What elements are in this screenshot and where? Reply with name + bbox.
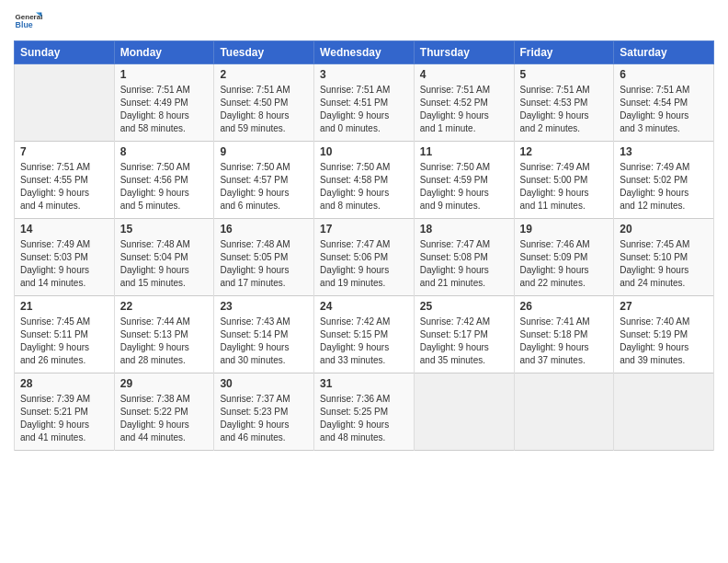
day-info: Sunrise: 7:51 AMSunset: 4:50 PMDaylight:… [220,84,308,135]
day-info: Sunrise: 7:50 AMSunset: 4:59 PMDaylight:… [420,161,508,213]
calendar-cell: 11Sunrise: 7:50 AMSunset: 4:59 PMDayligh… [414,142,514,219]
page-header: General Blue [14,9,714,35]
header-cell-friday: Friday [514,41,614,64]
calendar-cell [414,373,514,451]
calendar-cell: 31Sunrise: 7:36 AMSunset: 5:25 PMDayligh… [314,373,415,451]
svg-text:Blue: Blue [16,20,33,29]
day-number: 21 [20,300,108,313]
header-cell-sunday: Sunday [15,41,115,64]
calendar-cell: 26Sunrise: 7:41 AMSunset: 5:18 PMDayligh… [514,296,614,373]
day-number: 23 [220,300,308,313]
day-number: 16 [220,223,308,236]
day-info: Sunrise: 7:49 AMSunset: 5:02 PMDaylight:… [620,161,708,213]
day-number: 28 [20,377,108,390]
calendar-body: 1Sunrise: 7:51 AMSunset: 4:49 PMDaylight… [15,64,714,451]
day-info: Sunrise: 7:50 AMSunset: 4:57 PMDaylight:… [220,161,308,213]
day-number: 12 [520,145,609,158]
day-number: 1 [120,68,209,81]
day-info: Sunrise: 7:51 AMSunset: 4:52 PMDaylight:… [420,84,508,135]
day-info: Sunrise: 7:43 AMSunset: 5:14 PMDaylight:… [220,316,308,367]
week-row-1: 1Sunrise: 7:51 AMSunset: 4:49 PMDaylight… [15,64,714,142]
week-row-4: 21Sunrise: 7:45 AMSunset: 5:11 PMDayligh… [15,296,714,373]
day-number: 29 [120,377,209,390]
calendar-table: SundayMondayTuesdayWednesdayThursdayFrid… [14,40,714,451]
day-info: Sunrise: 7:49 AMSunset: 5:03 PMDaylight:… [20,238,108,290]
day-number: 4 [420,68,508,81]
day-number: 26 [520,300,609,313]
day-number: 31 [320,377,408,390]
header-row: SundayMondayTuesdayWednesdayThursdayFrid… [15,41,714,64]
day-number: 15 [120,223,209,236]
calendar-cell: 17Sunrise: 7:47 AMSunset: 5:06 PMDayligh… [314,219,415,296]
day-number: 25 [420,300,508,313]
calendar-cell: 28Sunrise: 7:39 AMSunset: 5:21 PMDayligh… [15,373,115,451]
calendar-cell: 25Sunrise: 7:42 AMSunset: 5:17 PMDayligh… [414,296,514,373]
calendar-cell: 24Sunrise: 7:42 AMSunset: 5:15 PMDayligh… [314,296,415,373]
day-number: 22 [120,300,209,313]
logo-icon: General Blue [14,9,43,35]
day-info: Sunrise: 7:41 AMSunset: 5:18 PMDaylight:… [520,316,609,367]
day-number: 2 [220,68,308,81]
calendar-cell: 19Sunrise: 7:46 AMSunset: 5:09 PMDayligh… [514,219,614,296]
header-cell-saturday: Saturday [614,41,714,64]
calendar-cell: 30Sunrise: 7:37 AMSunset: 5:23 PMDayligh… [214,373,314,451]
logo: General Blue [14,9,43,35]
day-number: 9 [220,145,308,158]
day-info: Sunrise: 7:44 AMSunset: 5:13 PMDaylight:… [120,316,209,367]
header-cell-tuesday: Tuesday [214,41,314,64]
day-info: Sunrise: 7:38 AMSunset: 5:22 PMDaylight:… [120,393,209,444]
day-info: Sunrise: 7:45 AMSunset: 5:11 PMDaylight:… [20,316,108,367]
day-number: 30 [220,377,308,390]
day-number: 19 [520,223,609,236]
day-number: 7 [20,145,108,158]
calendar-cell [514,373,614,451]
day-info: Sunrise: 7:40 AMSunset: 5:19 PMDaylight:… [620,316,708,367]
calendar-cell: 12Sunrise: 7:49 AMSunset: 5:00 PMDayligh… [514,142,614,219]
day-number: 5 [520,68,609,81]
calendar-cell: 5Sunrise: 7:51 AMSunset: 4:53 PMDaylight… [514,64,614,142]
day-info: Sunrise: 7:50 AMSunset: 4:56 PMDaylight:… [120,161,209,213]
week-row-5: 28Sunrise: 7:39 AMSunset: 5:21 PMDayligh… [15,373,714,451]
day-number: 24 [320,300,408,313]
day-info: Sunrise: 7:39 AMSunset: 5:21 PMDaylight:… [20,393,108,444]
calendar-cell [15,64,115,142]
day-number: 20 [620,223,708,236]
calendar-cell: 9Sunrise: 7:50 AMSunset: 4:57 PMDaylight… [214,142,314,219]
day-info: Sunrise: 7:47 AMSunset: 5:06 PMDaylight:… [320,238,408,290]
calendar-cell: 22Sunrise: 7:44 AMSunset: 5:13 PMDayligh… [114,296,214,373]
calendar-cell: 4Sunrise: 7:51 AMSunset: 4:52 PMDaylight… [414,64,514,142]
day-number: 8 [120,145,209,158]
header-cell-monday: Monday [114,41,214,64]
day-info: Sunrise: 7:45 AMSunset: 5:10 PMDaylight:… [620,238,708,290]
day-info: Sunrise: 7:51 AMSunset: 4:54 PMDaylight:… [620,84,708,135]
calendar-cell: 27Sunrise: 7:40 AMSunset: 5:19 PMDayligh… [614,296,714,373]
header-cell-wednesday: Wednesday [314,41,415,64]
day-info: Sunrise: 7:50 AMSunset: 4:58 PMDaylight:… [320,161,408,213]
day-info: Sunrise: 7:48 AMSunset: 5:04 PMDaylight:… [120,238,209,290]
day-info: Sunrise: 7:51 AMSunset: 4:49 PMDaylight:… [120,84,209,135]
day-info: Sunrise: 7:49 AMSunset: 5:00 PMDaylight:… [520,161,609,213]
calendar-cell: 3Sunrise: 7:51 AMSunset: 4:51 PMDaylight… [314,64,415,142]
day-number: 3 [320,68,408,81]
day-number: 11 [420,145,508,158]
calendar-cell: 14Sunrise: 7:49 AMSunset: 5:03 PMDayligh… [15,219,115,296]
calendar-cell: 13Sunrise: 7:49 AMSunset: 5:02 PMDayligh… [614,142,714,219]
day-info: Sunrise: 7:48 AMSunset: 5:05 PMDaylight:… [220,238,308,290]
day-number: 10 [320,145,408,158]
day-number: 18 [420,223,508,236]
calendar-cell: 15Sunrise: 7:48 AMSunset: 5:04 PMDayligh… [114,219,214,296]
day-info: Sunrise: 7:42 AMSunset: 5:15 PMDaylight:… [320,316,408,367]
day-number: 17 [320,223,408,236]
day-number: 27 [620,300,708,313]
calendar-cell: 8Sunrise: 7:50 AMSunset: 4:56 PMDaylight… [114,142,214,219]
calendar-cell: 2Sunrise: 7:51 AMSunset: 4:50 PMDaylight… [214,64,314,142]
day-info: Sunrise: 7:46 AMSunset: 5:09 PMDaylight:… [520,238,609,290]
calendar-cell: 7Sunrise: 7:51 AMSunset: 4:55 PMDaylight… [15,142,115,219]
calendar-cell: 23Sunrise: 7:43 AMSunset: 5:14 PMDayligh… [214,296,314,373]
day-number: 14 [20,223,108,236]
calendar-cell: 18Sunrise: 7:47 AMSunset: 5:08 PMDayligh… [414,219,514,296]
calendar-header: SundayMondayTuesdayWednesdayThursdayFrid… [15,41,714,64]
day-info: Sunrise: 7:51 AMSunset: 4:51 PMDaylight:… [320,84,408,135]
calendar-cell: 16Sunrise: 7:48 AMSunset: 5:05 PMDayligh… [214,219,314,296]
calendar-cell: 6Sunrise: 7:51 AMSunset: 4:54 PMDaylight… [614,64,714,142]
